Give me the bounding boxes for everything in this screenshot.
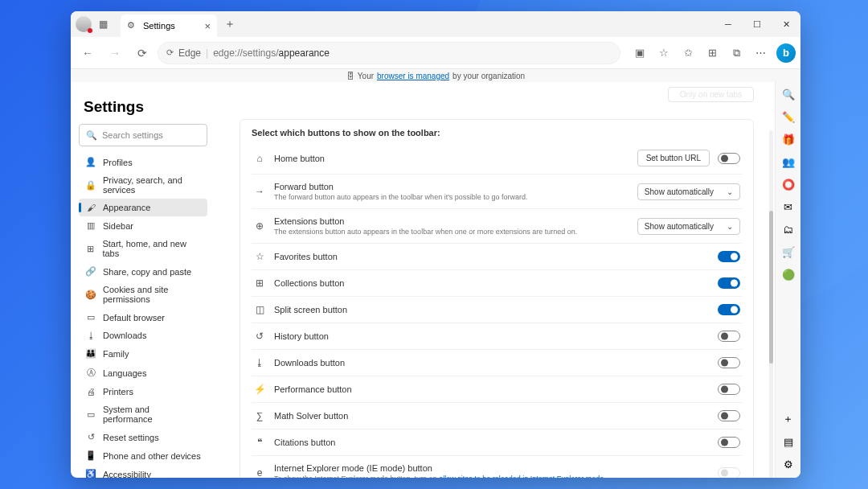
row-label: Forward button xyxy=(274,182,629,191)
sidebar-item-share-copy-and-paste[interactable]: 🔗Share, copy and paste xyxy=(79,262,207,281)
nav-icon: ▥ xyxy=(85,220,96,231)
row-description: The extensions button auto appears in th… xyxy=(274,228,629,236)
behavior-dropdown[interactable]: Show automatically xyxy=(637,218,740,235)
nav-icon: ▭ xyxy=(85,312,96,323)
nav-label: Cookies and site permissions xyxy=(103,285,201,304)
toggle[interactable] xyxy=(718,304,740,315)
settings-sidebar: Settings 🔍 Search settings 👤Profiles🔒Pri… xyxy=(71,82,215,478)
toolbar-buttons-panel: Select which buttons to show on the tool… xyxy=(240,119,754,478)
toggle[interactable] xyxy=(718,251,740,262)
read-aloud-icon[interactable]: ▣ xyxy=(628,42,651,64)
row-label: Internet Explorer mode (IE mode) button xyxy=(274,463,710,473)
cutoff-button[interactable]: Only on new tabs xyxy=(668,87,754,102)
nav-label: Phone and other devices xyxy=(103,451,201,461)
close-tab-icon[interactable]: × xyxy=(204,20,211,32)
refresh-button[interactable]: ⟳ xyxy=(130,41,154,65)
sidebar-item-privacy-search-and-services[interactable]: 🔒Privacy, search, and services xyxy=(79,171,207,199)
sidebar-item-languages[interactable]: ⒶLanguages xyxy=(79,363,207,383)
url-input[interactable]: ⟳ Edge | edge://settings/appearance xyxy=(158,42,620,64)
sidebar-item-phone-and-other-devices[interactable]: 📱Phone and other devices xyxy=(79,446,207,465)
forward-button[interactable]: → xyxy=(103,41,127,65)
row-icon: ⭳ xyxy=(253,357,266,368)
settings-search-input[interactable]: 🔍 Search settings xyxy=(79,124,207,146)
sidebar-app-icon[interactable]: ＋ xyxy=(781,412,796,426)
collections-icon[interactable]: ⊞ xyxy=(701,42,723,64)
sidebar-item-cookies-and-site-permissions[interactable]: 🍪Cookies and site permissions xyxy=(79,281,207,308)
toggle[interactable] xyxy=(718,153,740,164)
set-url-button[interactable]: Set button URL xyxy=(637,150,710,166)
favorites-bar-icon[interactable]: ✩ xyxy=(677,42,699,64)
ie-mode-link[interactable]: allow sites to be reloaded in Internet E… xyxy=(439,475,604,478)
sidebar-item-downloads[interactable]: ⭳Downloads xyxy=(79,327,207,344)
close-window-button[interactable]: ✕ xyxy=(772,11,800,37)
nav-label: Appearance xyxy=(103,203,150,212)
managed-link[interactable]: browser is managed xyxy=(377,72,449,80)
sidebar-item-family[interactable]: 👪Family xyxy=(79,344,207,363)
new-tab-button[interactable]: ＋ xyxy=(219,17,241,31)
gear-icon: ⚙ xyxy=(127,20,138,31)
toggle[interactable] xyxy=(718,357,740,368)
back-button[interactable]: ← xyxy=(76,41,100,65)
sidebar-app-icon[interactable]: 🛒 xyxy=(781,244,796,259)
sidebar-app-icon[interactable]: ✉ xyxy=(781,199,796,214)
sidebar-item-default-browser[interactable]: ▭Default browser xyxy=(79,308,207,327)
sidebar-item-printers[interactable]: 🖨Printers xyxy=(79,383,207,401)
toggle[interactable] xyxy=(718,384,740,395)
sidebar-app-icon[interactable]: 🔍 xyxy=(781,87,796,101)
menu-icon[interactable]: ⋯ xyxy=(749,42,772,64)
extensions-icon[interactable]: ⧉ xyxy=(725,42,747,64)
setting-row: →Forward buttonThe forward button auto a… xyxy=(252,174,742,208)
sidebar-item-appearance[interactable]: 🖌Appearance xyxy=(79,199,207,216)
sidebar-item-start-home-and-new-tabs[interactable]: ⊞Start, home, and new tabs xyxy=(79,235,207,262)
nav-label: Printers xyxy=(103,387,133,397)
nav-label: Accessibility xyxy=(103,470,151,479)
sidebar-app-icon[interactable]: 👥 xyxy=(781,154,796,169)
behavior-dropdown[interactable]: Show automatically xyxy=(637,183,740,200)
setting-row: ◫Split screen button xyxy=(252,296,742,323)
nav-label: Family xyxy=(103,349,129,359)
workspaces-icon[interactable]: ▦ xyxy=(93,14,113,34)
sidebar-app-icon[interactable]: ⭕ xyxy=(781,177,796,191)
sidebar-app-icon[interactable]: 🎁 xyxy=(781,132,796,146)
sidebar-item-sidebar[interactable]: ▥Sidebar xyxy=(79,216,207,235)
toggle[interactable] xyxy=(718,277,740,289)
nav-label: Profiles xyxy=(103,158,133,167)
url-host: Edge xyxy=(178,47,201,59)
row-icon: ☆ xyxy=(253,251,266,262)
toggle[interactable] xyxy=(718,410,740,421)
nav-icon: Ⓐ xyxy=(85,367,96,379)
nav-icon: ♿ xyxy=(85,469,96,478)
copilot-button[interactable]: b xyxy=(776,43,796,63)
toggle[interactable] xyxy=(718,437,740,448)
scrollbar-thumb[interactable] xyxy=(769,211,773,364)
row-label: Performance button xyxy=(274,384,710,394)
row-icon: ◫ xyxy=(253,304,266,315)
row-label: History button xyxy=(274,331,710,341)
sidebar-item-system-and-performance[interactable]: ▭System and performance xyxy=(79,401,207,428)
sidebar-item-profiles[interactable]: 👤Profiles xyxy=(79,153,207,171)
minimize-button[interactable]: ─ xyxy=(714,11,743,37)
sidebar-app-icon[interactable]: 🟢 xyxy=(781,267,796,281)
nav-label: System and performance xyxy=(103,405,201,424)
sidebar-panel-icon[interactable]: ▤ xyxy=(781,434,796,449)
panel-heading: Select which buttons to show on the tool… xyxy=(252,128,742,138)
page-title: Settings xyxy=(79,95,207,124)
nav-icon: ⊞ xyxy=(85,244,96,254)
maximize-button[interactable]: ☐ xyxy=(743,11,772,37)
sidebar-item-reset-settings[interactable]: ↺Reset settings xyxy=(79,428,207,446)
favorite-icon[interactable]: ☆ xyxy=(653,42,675,64)
setting-row: eInternet Explorer mode (IE mode) button… xyxy=(252,455,742,478)
toggle[interactable] xyxy=(718,331,740,342)
sidebar-app-icon[interactable]: 🗂 xyxy=(781,222,796,236)
browser-tab[interactable]: ⚙ Settings × xyxy=(121,14,217,37)
browser-window: ▦ ⚙ Settings × ＋ ─ ☐ ✕ ← → ⟳ ⟳ Edge | ed… xyxy=(71,11,800,478)
sidebar-app-icon[interactable]: ✏️ xyxy=(781,109,796,124)
profile-avatar[interactable] xyxy=(76,16,92,32)
row-icon: ∑ xyxy=(253,410,266,421)
sidebar-item-accessibility[interactable]: ♿Accessibility xyxy=(79,465,207,478)
managed-info-bar: 🗄 Your browser is managed by your organi… xyxy=(71,69,800,82)
row-label: Extensions button xyxy=(274,216,629,226)
nav-label: Reset settings xyxy=(103,433,159,442)
sidebar-settings-icon[interactable]: ⚙ xyxy=(781,457,796,471)
nav-icon: 👤 xyxy=(85,157,96,167)
